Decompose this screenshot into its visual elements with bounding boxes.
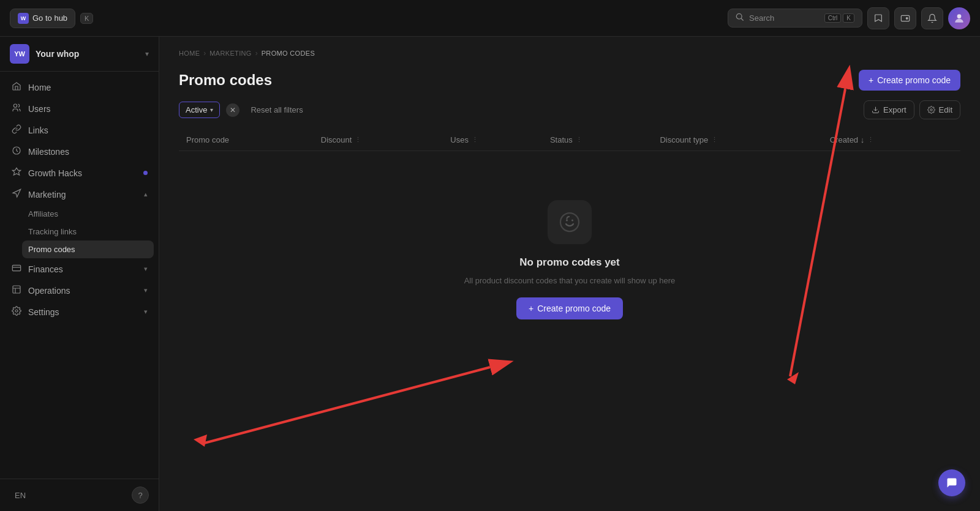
col-created: Created ↓ ⋮ [823, 129, 960, 151]
wallet-button[interactable] [894, 7, 916, 29]
breadcrumb-home[interactable]: HOME [179, 50, 200, 57]
active-filter-label: Active [186, 105, 207, 114]
svg-rect-6 [12, 265, 20, 270]
workspace-avatar: YW [10, 44, 29, 64]
notifications-button[interactable] [921, 7, 943, 29]
sidebar-item-finances-label: Finances [28, 264, 138, 274]
svg-rect-1 [901, 15, 909, 21]
create-promo-code-button-header[interactable]: + Create promo code [859, 70, 960, 91]
create-promo-label: Create promo code [877, 75, 951, 85]
empty-state-subtitle: All product discount codes that you crea… [464, 276, 676, 285]
sidebar-item-links[interactable]: Links [5, 119, 154, 141]
marketing-icon [11, 188, 22, 200]
sidebar-item-promo-codes[interactable]: Promo codes [22, 241, 154, 258]
k-key: K [843, 13, 854, 23]
sidebar-footer: EN ? [0, 479, 159, 511]
col-discount: Discount ⋮ [314, 129, 443, 151]
edit-button[interactable]: Edit [919, 100, 960, 119]
sidebar-item-tracking-links[interactable]: Tracking links [22, 223, 154, 241]
sidebar-item-finances[interactable]: Finances ▾ [5, 258, 154, 280]
create-promo-plus-icon: + [869, 75, 873, 85]
table-container: Promo code Discount ⋮ Uses [159, 129, 980, 511]
chat-button[interactable] [938, 469, 965, 496]
search-bar[interactable]: Search Ctrl K [728, 9, 862, 28]
svg-point-4 [13, 104, 17, 107]
user-avatar[interactable] [948, 7, 970, 29]
breadcrumb-current: PROMO CODES [262, 50, 315, 57]
sidebar-item-home[interactable]: Home [5, 76, 154, 98]
links-icon [11, 124, 22, 136]
empty-create-plus-icon: + [529, 304, 533, 313]
sidebar-item-affiliates[interactable]: Affiliates [22, 205, 154, 223]
keyboard-shortcut-badge: K [80, 13, 93, 24]
sidebar-item-operations-label: Operations [28, 286, 138, 296]
col-discount-type: Discount type ⋮ [652, 129, 822, 151]
content-area: HOME › MARKETING › PROMO CODES Promo cod… [159, 37, 980, 511]
search-shortcut: Ctrl K [824, 13, 854, 23]
bookmarks-button[interactable] [867, 7, 889, 29]
sidebar-item-growth-hacks[interactable]: Growth Hacks [5, 162, 154, 184]
users-icon [11, 103, 22, 114]
create-promo-code-button-empty[interactable]: + Create promo code [516, 297, 623, 319]
sidebar-item-users[interactable]: Users [5, 98, 154, 119]
go-to-hub-button[interactable]: W Go to hub [10, 9, 75, 28]
sidebar-item-marketing[interactable]: Marketing ▴ [5, 184, 154, 205]
active-filter-badge[interactable]: Active ▾ [179, 102, 220, 118]
language-selector[interactable]: EN [10, 488, 31, 502]
filter-chevron-icon: ▾ [210, 106, 213, 113]
breadcrumb-sep1: › [203, 49, 206, 58]
empty-state: No promo codes yet All product discount … [179, 151, 960, 368]
workspace-selector[interactable]: YW Your whop ▾ [0, 37, 159, 72]
marketing-subnav: Affiliates Tracking links Promo codes [5, 205, 154, 258]
sidebar-item-users-label: Users [28, 104, 148, 114]
breadcrumb-marketing[interactable]: MARKETING [209, 50, 251, 57]
promo-codes-table: Promo code Discount ⋮ Uses [179, 129, 960, 368]
status-sort-icon: ⋮ [576, 136, 582, 144]
operations-chevron-icon: ▾ [144, 286, 148, 294]
export-button[interactable]: Export [864, 100, 914, 119]
filter-remove-button[interactable]: ✕ [226, 103, 239, 117]
svg-point-9 [930, 109, 932, 111]
home-icon [11, 81, 22, 93]
operations-icon [11, 285, 22, 296]
main-layout: YW Your whop ▾ Home Users [0, 37, 980, 511]
sidebar-nav: Home Users Links Milestones [0, 72, 159, 479]
sidebar-item-milestones[interactable]: Milestones [5, 141, 154, 162]
go-to-hub-label: Go to hub [32, 13, 67, 23]
breadcrumb-sep2: › [255, 49, 258, 58]
uses-sort-icon: ⋮ [472, 136, 478, 144]
search-icon [736, 13, 744, 23]
svg-rect-7 [13, 286, 20, 293]
finances-icon [11, 263, 22, 275]
empty-state-title: No promo codes yet [519, 256, 619, 269]
created-sort-icon: ⋮ [867, 136, 874, 144]
reset-filters-button[interactable]: Reset all filters [246, 102, 307, 117]
topbar: W Go to hub K Search Ctrl K [0, 0, 980, 37]
empty-create-label: Create promo code [537, 304, 611, 313]
ctrl-key: Ctrl [824, 13, 842, 23]
svg-point-11 [566, 220, 568, 222]
reset-filters-label: Reset all filters [251, 105, 303, 114]
discount-type-sort-icon: ⋮ [711, 136, 718, 144]
export-label: Export [883, 105, 907, 114]
language-label: EN [15, 491, 26, 500]
svg-point-12 [571, 220, 573, 222]
svg-point-10 [560, 213, 579, 231]
sidebar-item-growth-hacks-label: Growth Hacks [28, 168, 137, 178]
sidebar-item-links-label: Links [28, 125, 148, 135]
help-button[interactable]: ? [132, 487, 149, 504]
page-header: Promo codes + Create promo code [159, 58, 980, 91]
svg-point-2 [906, 17, 908, 19]
sidebar-item-marketing-label: Marketing [28, 190, 138, 200]
col-promo-code: Promo code [179, 129, 314, 151]
workspace-chevron-icon: ▾ [145, 50, 149, 58]
growth-hacks-badge [143, 171, 148, 175]
settings-chevron-icon: ▾ [144, 308, 148, 316]
edit-label: Edit [939, 105, 952, 114]
sidebar-item-settings[interactable]: Settings ▾ [5, 301, 154, 323]
sidebar-item-operations[interactable]: Operations ▾ [5, 280, 154, 301]
finances-chevron-icon: ▾ [144, 265, 148, 273]
sidebar-item-milestones-label: Milestones [28, 147, 148, 157]
sidebar-item-settings-label: Settings [28, 307, 138, 317]
page-title: Promo codes [179, 72, 272, 89]
